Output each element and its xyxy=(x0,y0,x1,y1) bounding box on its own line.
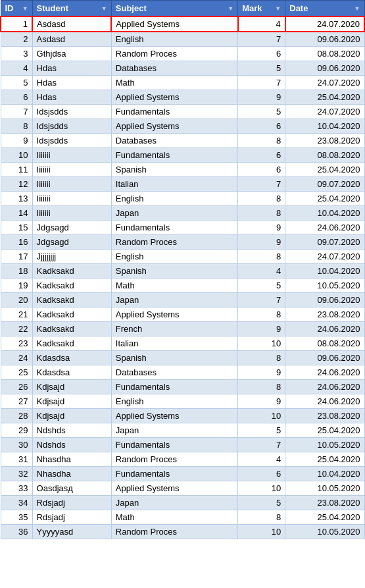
cell-mark: 5 xyxy=(238,105,285,119)
table-row[interactable]: 17JjjjjjjjjEnglish824.07.2020 xyxy=(1,250,364,264)
table-row[interactable]: 31NhasdhaRandom Proces425.04.2020 xyxy=(1,452,364,467)
table-row[interactable]: 18KadksakdSpanish410.04.2020 xyxy=(1,264,364,279)
filter-icon-date[interactable]: ▼ xyxy=(354,5,360,12)
cell-date: 10.05.2020 xyxy=(285,525,364,539)
table-row[interactable]: 3GthjdsaRandom Proces608.08.2020 xyxy=(1,47,364,61)
cell-mark: 8 xyxy=(238,206,285,221)
cell-subject: Italian xyxy=(111,336,237,351)
cell-student: Kadksakd xyxy=(32,322,111,336)
col-header-student[interactable]: Student ▼ xyxy=(32,1,111,17)
cell-id: 35 xyxy=(1,510,32,525)
table-row[interactable]: 33OasdjasдApplied Systems1010.05.2020 xyxy=(1,481,364,496)
table-row[interactable]: 6HdasApplied Systems925.04.2020 xyxy=(1,90,364,105)
cell-student: Nhasdha xyxy=(32,467,111,481)
cell-subject: English xyxy=(111,32,237,47)
table-row[interactable]: 35RdsjadjMath825.04.2020 xyxy=(1,510,364,525)
cell-date: 25.04.2020 xyxy=(285,163,364,177)
table-row[interactable]: 32NhasdhaFundamentals610.04.2020 xyxy=(1,467,364,481)
cell-id: 32 xyxy=(1,467,32,481)
filter-icon-student[interactable]: ▼ xyxy=(101,5,107,12)
table-row[interactable]: 2AsdasdEnglish709.06.2020 xyxy=(1,32,364,47)
table-row[interactable]: 9IdsjsddsDatabases823.08.2020 xyxy=(1,134,364,148)
cell-mark: 4 xyxy=(238,452,285,467)
table-row[interactable]: 24KdasdsaSpanish809.06.2020 xyxy=(1,351,364,365)
filter-icon-id[interactable]: ▼ xyxy=(22,5,28,12)
cell-subject: Databases xyxy=(111,365,237,380)
cell-mark: 6 xyxy=(238,148,285,163)
cell-date: 24.06.2020 xyxy=(285,322,364,336)
col-header-subject[interactable]: Subject ▼ xyxy=(111,1,237,17)
cell-date: 08.08.2020 xyxy=(285,336,364,351)
table-row[interactable]: 14IiiiiiiJapan810.04.2020 xyxy=(1,206,364,221)
cell-date: 23.08.2020 xyxy=(285,496,364,510)
cell-subject: Math xyxy=(111,510,237,525)
table-row[interactable]: 15JdgsagdFundamentals924.06.2020 xyxy=(1,221,364,235)
table-row[interactable]: 13IiiiiiiEnglish825.04.2020 xyxy=(1,192,364,206)
cell-mark: 10 xyxy=(238,525,285,539)
cell-subject: Applied Systems xyxy=(111,119,237,134)
cell-mark: 9 xyxy=(238,394,285,409)
cell-mark: 4 xyxy=(238,16,285,32)
cell-student: Hdas xyxy=(32,76,111,90)
table-row[interactable]: 8IdsjsddsApplied Systems610.04.2020 xyxy=(1,119,364,134)
table-row[interactable]: 10IiiiiiiFundamentals608.08.2020 xyxy=(1,148,364,163)
cell-student: Kadksakd xyxy=(32,293,111,307)
col-header-id[interactable]: ID ▼ xyxy=(1,1,32,17)
cell-id: 4 xyxy=(1,61,32,76)
table-row[interactable]: 1AsdasdApplied Systems424.07.2020 xyxy=(1,16,364,32)
cell-subject: Random Proces xyxy=(111,235,237,250)
table-row[interactable]: 12IiiiiiiItalian709.07.2020 xyxy=(1,177,364,192)
cell-id: 19 xyxy=(1,279,32,293)
cell-id: 9 xyxy=(1,134,32,148)
table-row[interactable]: 34RdsjadjJapan523.08.2020 xyxy=(1,496,364,510)
filter-icon-subject[interactable]: ▼ xyxy=(228,5,233,12)
cell-date: 10.04.2020 xyxy=(285,119,364,134)
cell-subject: Fundamentals xyxy=(111,221,237,235)
cell-student: Jdgsagd xyxy=(32,235,111,250)
cell-subject: Random Proces xyxy=(111,452,237,467)
table-row[interactable]: 28KdjsajdApplied Systems1023.08.2020 xyxy=(1,409,364,423)
cell-student: Rdsjadj xyxy=(32,496,111,510)
table-row[interactable]: 22KadksakdFrench924.06.2020 xyxy=(1,322,364,336)
table-row[interactable]: 16JdgsagdRandom Proces909.07.2020 xyxy=(1,235,364,250)
table-row[interactable]: 19KadksakdMath510.05.2020 xyxy=(1,279,364,293)
cell-student: Iiiiiii xyxy=(32,192,111,206)
table-row[interactable]: 7IdsjsddsFundamentals524.07.2020 xyxy=(1,105,364,119)
cell-id: 14 xyxy=(1,206,32,221)
table-row[interactable]: 30NdshdsFundamentals710.05.2020 xyxy=(1,438,364,452)
cell-student: Hdas xyxy=(32,90,111,105)
cell-mark: 6 xyxy=(238,467,285,481)
cell-student: Iiiiiii xyxy=(32,206,111,221)
cell-subject: Japan xyxy=(111,206,237,221)
cell-id: 21 xyxy=(1,307,32,322)
table-row[interactable]: 25KdasdsaDatabases924.06.2020 xyxy=(1,365,364,380)
cell-mark: 8 xyxy=(238,192,285,206)
table-row[interactable]: 20KadksakdJapan709.06.2020 xyxy=(1,293,364,307)
cell-student: Iiiiiii xyxy=(32,148,111,163)
cell-mark: 5 xyxy=(238,279,285,293)
cell-mark: 6 xyxy=(238,119,285,134)
table-row[interactable]: 26KdjsajdFundamentals824.06.2020 xyxy=(1,380,364,394)
table-row[interactable]: 29NdshdsJapan525.04.2020 xyxy=(1,423,364,438)
cell-mark: 7 xyxy=(238,76,285,90)
filter-icon-mark[interactable]: ▼ xyxy=(275,5,281,12)
table-row[interactable]: 21KadksakdApplied Systems823.08.2020 xyxy=(1,307,364,322)
cell-date: 24.06.2020 xyxy=(285,394,364,409)
cell-student: Kdjsajd xyxy=(32,409,111,423)
cell-id: 2 xyxy=(1,32,32,47)
table-row[interactable]: 11IiiiiiiSpanish625.04.2020 xyxy=(1,163,364,177)
table-row[interactable]: 23KadksakdItalian1008.08.2020 xyxy=(1,336,364,351)
cell-id: 17 xyxy=(1,250,32,264)
table-row[interactable]: 5HdasMath724.07.2020 xyxy=(1,76,364,90)
table-row[interactable]: 4HdasDatabases509.06.2020 xyxy=(1,61,364,76)
col-header-mark[interactable]: Mark ▼ xyxy=(238,1,285,17)
cell-student: Iiiiiii xyxy=(32,163,111,177)
table-row[interactable]: 27KdjsajdEnglish924.06.2020 xyxy=(1,394,364,409)
cell-id: 11 xyxy=(1,163,32,177)
cell-subject: Random Proces xyxy=(111,47,237,61)
table-row[interactable]: 36YyyyyasdRandom Proces1010.05.2020 xyxy=(1,525,364,539)
cell-mark: 8 xyxy=(238,307,285,322)
col-header-date[interactable]: Date ▼ xyxy=(285,1,364,17)
cell-id: 8 xyxy=(1,119,32,134)
cell-subject: Math xyxy=(111,76,237,90)
